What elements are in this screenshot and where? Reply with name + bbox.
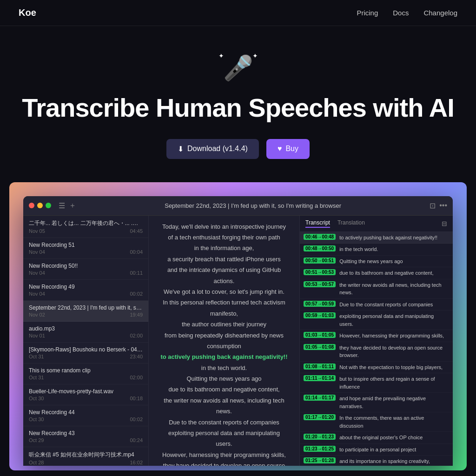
sidebar-item-duration: 23:40 [130, 354, 143, 359]
sidebar-item[interactable]: New Recording 43 Oct 29 00:24 [23, 426, 148, 447]
transcript-row[interactable]: 01:08→01:11 Not with the expectation to … [300, 362, 453, 374]
timestamp-badge: 01:25→01:28 [304, 457, 336, 463]
transcript-text: due to its bathroom and negative content… [339, 269, 433, 277]
sidebar-item[interactable]: 二千年... 若しくは... 二万年後の君へ・... .mp4 Nov 05 0… [23, 216, 148, 238]
sidebar-item-duration: 02:00 [130, 333, 143, 338]
nav-pricing[interactable]: Pricing [357, 9, 378, 17]
transcript-row[interactable]: 01:20→01:23 about the original poster's … [300, 432, 453, 444]
more-icon[interactable]: ••• [439, 201, 447, 210]
sidebar-item-title: New Recording 44 [29, 409, 143, 416]
center-text-line: from being repeatedly disheartened by ne… [160, 330, 288, 352]
sparkle-right: ✦ [252, 52, 258, 60]
minimize-button[interactable] [37, 203, 43, 208]
timestamp-badge: 01:17→01:20 [304, 414, 336, 420]
close-button[interactable] [29, 203, 34, 208]
sidebar-item[interactable]: Bueller-Life-moves-pretty-fast.wav Oct 3… [23, 384, 148, 405]
sidebar-item-title: [Skymoon-Raws] Boushoku no Berserk - 04 … [29, 346, 143, 353]
sparkle-left: ✦ [218, 52, 224, 60]
transcript-row[interactable]: 00:53→00:57 the writer now avoids all ne… [300, 279, 453, 299]
transcript-text: In the comments, there was an active dis… [339, 414, 449, 430]
transcript-text: in the tech world. [339, 245, 378, 253]
transcript-row[interactable]: 00:57→00:59 Due to the constant reports … [300, 299, 453, 311]
sidebar-item[interactable]: New Recording 51 Nov 04 00:04 [23, 238, 148, 259]
transcript-row[interactable]: 01:14→01:17 and hope amid the prevailing… [300, 393, 453, 412]
expand-icon[interactable]: ⊡ [430, 201, 436, 210]
mac-window: ☰ ＋ September 22nd, 2023 | I'm fed up wi… [23, 196, 453, 466]
title-bar-actions: ⊡ ••• [430, 201, 447, 210]
transcript-row[interactable]: 00:59→01:03 exploiting personal data and… [300, 311, 453, 330]
center-text-line: a security breach that rattled iPhone us… [160, 254, 288, 264]
transcript-row[interactable]: 01:03→01:05 However, harnessing their pr… [300, 330, 453, 342]
sidebar-item[interactable]: 听众来信 #5 如何在业余时间学习技术.mp4 Oct 28 16:02 [23, 447, 148, 466]
transcript-row[interactable]: 01:25→01:28 and its importance in sparki… [300, 456, 453, 466]
tab-translation[interactable]: Translation [337, 219, 365, 228]
timestamp-badge: 00:46→00:48 [304, 234, 336, 240]
transcript-text: to participate in a personal project [339, 446, 416, 454]
center-text-line: In this personal reflection turned tech … [160, 297, 288, 319]
timestamp-badge: 01:20→01:23 [304, 434, 336, 440]
sidebar-item-date: Oct 31 [29, 375, 44, 380]
sidebar-item-title: audio.mp3 [29, 325, 143, 332]
transcript-row[interactable]: 01:17→01:20 In the comments, there was a… [300, 412, 453, 432]
center-text-line: the author outlines their journey [160, 319, 288, 330]
traffic-lights [29, 203, 51, 208]
timestamp-badge: 01:03→01:05 [304, 332, 336, 338]
timestamp-badge: 00:48→00:50 [304, 245, 336, 251]
sidebar-item[interactable]: [Skymoon-Raws] Boushoku no Berserk - 04 … [23, 343, 148, 364]
sidebar-item[interactable]: audio.mp3 Nov 01 02:00 [23, 322, 148, 343]
sidebar-item-date: Nov 04 [29, 270, 45, 276]
sidebar-item-date: Nov 04 [29, 291, 45, 297]
buy-button[interactable]: ♥ Buy [266, 139, 310, 159]
timestamp-badge: 01:23→01:25 [304, 446, 336, 452]
sidebar-item[interactable]: New Recording 44 Oct 30 00:02 [23, 405, 148, 426]
transcript-row[interactable]: 01:05→01:08 they have decided to develop… [300, 342, 453, 362]
center-text-line: due to its bathroom and negative content… [160, 384, 288, 395]
center-text-line: to actively pushing back against negativ… [160, 351, 288, 362]
transcript-text: and its importance in sparking creativit… [339, 457, 430, 465]
nav-changelog[interactable]: Changelog [423, 9, 457, 17]
timestamp-badge: 00:59→01:03 [304, 312, 336, 318]
sidebar: 二千年... 若しくは... 二万年後の君へ・... .mp4 Nov 05 0… [23, 216, 149, 466]
sidebar-item-duration: 19:49 [130, 312, 143, 317]
center-text-line: in the tech world. [160, 363, 288, 373]
sidebar-item-duration: 16:02 [130, 460, 143, 465]
hero-buttons: ⬇ Download (v1.4.4) ♥ Buy [19, 139, 457, 159]
sidebar-item-title: Bueller-Life-moves-pretty-fast.wav [29, 388, 143, 395]
sidebar-item-title: 二千年... 若しくは... 二万年後の君へ・... .mp4 [29, 219, 143, 227]
nav-links: Pricing Docs Changelog [357, 9, 457, 17]
transcript-row[interactable]: 01:11→01:14 but to inspire others and re… [300, 373, 453, 393]
sidebar-item[interactable]: This is some random clip Oct 31 02:00 [23, 364, 148, 384]
right-panel-icon[interactable]: ⊟ [442, 220, 447, 227]
center-text-line: Quitting the news years ago [160, 373, 288, 384]
transcript-text: Due to the constant reports of companies [339, 301, 433, 309]
center-text-line: in the information age, [160, 243, 288, 253]
navbar: Koe Pricing Docs Changelog [0, 0, 476, 26]
transcript-text: exploiting personal data and manipulatin… [339, 312, 449, 328]
sidebar-toggle[interactable]: ☰ ＋ [59, 201, 76, 211]
sidebar-item-title: New Recording 49 [29, 284, 143, 290]
nav-docs[interactable]: Docs [393, 9, 409, 17]
sidebar-item[interactable]: New Recording 50!! Nov 04 00:11 [23, 259, 148, 280]
sidebar-item-title: 听众来信 #5 如何在业余时间学习技术.mp4 [29, 451, 143, 459]
center-text-line: of a tech enthusiast forging their own p… [160, 232, 288, 243]
sidebar-item[interactable]: September 22nd, 2023 | I'm fed up with i… [23, 301, 148, 322]
transcript-text: and hope amid the prevailing negative na… [339, 395, 449, 410]
timestamp-badge: 00:50→00:51 [304, 258, 336, 264]
download-button[interactable]: ⬇ Download (v1.4.4) [166, 139, 259, 159]
download-icon: ⬇ [178, 145, 184, 153]
maximize-button[interactable] [46, 203, 51, 208]
logo: Koe [19, 7, 36, 18]
sidebar-item-title: New Recording 43 [29, 430, 143, 436]
timestamp-badge: 01:11→01:14 [304, 375, 336, 381]
transcript-row[interactable]: 00:48→00:50 in the tech world. [300, 244, 453, 256]
transcript-row[interactable]: 00:46→00:48 to actively pushing back aga… [300, 232, 453, 244]
sidebar-item-title: September 22nd, 2023 | I'm fed up with i… [29, 304, 143, 311]
sidebar-item-duration: 04:45 [130, 228, 143, 234]
tabs: Transcript Translation [305, 219, 365, 228]
tab-transcript[interactable]: Transcript [305, 219, 330, 228]
transcript-row[interactable]: 00:51→00:53 due to its bathroom and nega… [300, 267, 453, 279]
sidebar-item[interactable]: New Recording 49 Nov 04 00:02 [23, 280, 148, 301]
transcript-row[interactable]: 00:50→00:51 Quitting the news years ago [300, 256, 453, 268]
timestamp-badge: 01:08→01:11 [304, 364, 336, 370]
transcript-row[interactable]: 01:23→01:25 to participate in a personal… [300, 444, 453, 456]
